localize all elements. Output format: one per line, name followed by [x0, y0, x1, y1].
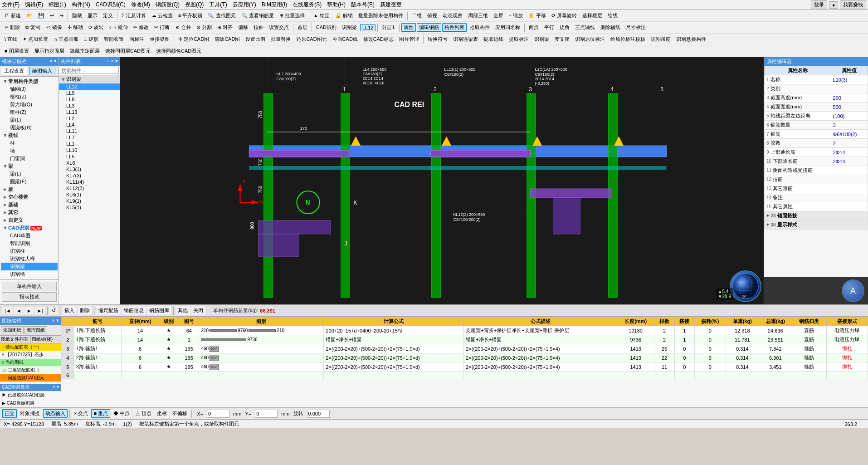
cad-original-layer[interactable]: ▶ CAD原始图层	[0, 399, 61, 407]
menu-new-change[interactable]: 新建变更	[380, 1, 402, 9]
tb-open[interactable]: 📂	[24, 12, 35, 20]
menu-bim[interactable]: BIM应用(I)	[262, 1, 288, 9]
tb-draw-note[interactable]: 画标注	[127, 35, 146, 44]
tb-batch-replace[interactable]: 批量替换	[268, 35, 293, 44]
tb-align[interactable]: ⊞ 对齐	[215, 23, 235, 32]
tb-dim[interactable]: 尺寸标注	[624, 23, 648, 32]
tb-pt-len[interactable]: ✦ 点加长度	[20, 35, 50, 44]
tb-pick-comp[interactable]: 拾取构件	[468, 23, 492, 32]
sort-drawing-btn[interactable]: 整理图纸	[24, 326, 47, 334]
tb-merge[interactable]: ⊕ 合并	[173, 23, 193, 32]
tb-conv-sym[interactable]: 转换符号	[425, 35, 450, 44]
report-preview-btn[interactable]: 报表预览	[2, 292, 57, 302]
tb-3pt-arc[interactable]: ∩ 三点画弧	[51, 35, 81, 44]
tree-cad-sketch[interactable]: CAD草图	[1, 232, 58, 240]
tree-others[interactable]: ►其它	[1, 209, 58, 216]
tree-smart-id[interactable]: 智能识别	[1, 240, 58, 247]
tb-properties[interactable]: 属性	[401, 23, 416, 32]
btn-coord[interactable]: 坐标	[155, 409, 169, 418]
comp-item-ll3[interactable]: LL3	[59, 103, 120, 109]
tb-restore-cad[interactable]: 还原CAD图元	[294, 35, 329, 44]
prop-val-10[interactable]: 2Φ14	[831, 157, 868, 166]
tb-edit[interactable]: ✏ 修改	[131, 23, 151, 32]
tree-id-col[interactable]: 识别柱	[1, 247, 58, 255]
tb-id-orig-mark[interactable]: 识别原位标注	[573, 35, 607, 44]
prop-val-8[interactable]: 2	[831, 139, 868, 148]
tab-project-settings[interactable]: 工程设置	[1, 67, 27, 75]
tb-calc[interactable]: Σ 汇总计算	[119, 11, 148, 20]
tree-id-beam[interactable]: 识别梁	[1, 263, 58, 270]
tb-offset[interactable]: 偏移	[236, 23, 250, 32]
coord-x-input[interactable]	[207, 410, 229, 418]
nav-first[interactable]: |◄	[2, 307, 13, 314]
btn-rebar-info[interactable]: 钢筋信息	[122, 306, 146, 315]
tree-custom[interactable]: ►自定义	[1, 216, 58, 224]
comp-item-kl61[interactable]: KL6(1)	[59, 191, 120, 198]
btn-intersect[interactable]: × 交点	[72, 409, 90, 418]
menu-online[interactable]: 在线服务(S)	[293, 1, 322, 9]
cad-layer-controls[interactable]: × ▾	[53, 384, 59, 391]
cad-extracted-layer[interactable]: ▶ 已提取的CAD图层	[0, 391, 61, 399]
floor-item-11[interactable]: 11 问题道路CAD图元	[0, 374, 61, 382]
tree-ring-beam[interactable]: 圈梁(E)	[1, 178, 58, 186]
btn-other[interactable]: 其他	[176, 306, 190, 315]
tb-hide[interactable]: 隐藏	[70, 11, 84, 20]
prop-val-6[interactable]: 3	[831, 121, 868, 130]
tb-view-rebar[interactable]: 🔍 查看钢筋量	[239, 11, 276, 20]
properties-scroll[interactable]: 属性名称 属性值 1 名称 L10(3) 2 类别 3 截面高度(mm)	[764, 66, 868, 277]
tree-axis[interactable]: 轴网(J)	[1, 85, 58, 93]
tb-img-manage[interactable]: 图片管理	[397, 35, 421, 44]
tb-extract-mark[interactable]: 提取标注	[507, 35, 531, 44]
comp-item-kl31[interactable]: KL3(1)	[59, 166, 120, 172]
rebar-row-2[interactable]: 2 1跨.下通长筋 14 ★ 1 9736 锚固+净长+锚固 锚固+净长+锚固	[62, 335, 868, 344]
comp-item-ll4[interactable]: LL4	[59, 122, 120, 128]
comp-item-ll2[interactable]: LL2	[59, 115, 120, 122]
floor-item-7[interactable]: 7 楼柱配筋表（一）	[0, 343, 61, 351]
tab-drawing-input[interactable]: 绘图输入	[29, 67, 55, 75]
tb-two-pt[interactable]: 两点	[527, 23, 541, 32]
avatar[interactable]: A	[842, 279, 864, 302]
menu-cloud[interactable]: 云应用(Y)	[233, 1, 256, 9]
tb-select-same-color[interactable]: 选择同颜色CAD图元	[154, 47, 204, 55]
tb-set-scale[interactable]: 设置比例	[243, 35, 268, 44]
prop-val-11[interactable]	[831, 166, 868, 175]
tb-ll12[interactable]: LL12	[360, 24, 375, 31]
tb-pan[interactable]: ✋ 平移	[526, 11, 548, 20]
menu-tools[interactable]: 工具(T)	[209, 1, 227, 9]
btn-midpoint[interactable]: ◆ 中点	[111, 409, 132, 418]
earn-btn[interactable]: 我要赚钱	[840, 0, 866, 9]
tb-straight[interactable]: \ 直线	[2, 35, 20, 44]
floor-item-9[interactable]: 9 当前图纸	[0, 359, 61, 367]
tree-beam[interactable]: 梁(L)	[1, 116, 58, 124]
tree-cast-slab[interactable]: 现浇板(B)	[1, 124, 58, 132]
comp-item-ll1[interactable]: LL1	[59, 141, 120, 147]
globe-3d-widget[interactable]: 36°	[730, 270, 761, 302]
prop-val-3[interactable]: 200	[831, 93, 868, 103]
tree-beam2[interactable]: 梁(L)	[1, 170, 58, 178]
tb-edit-rebar[interactable]: 编辑钢筋	[417, 23, 441, 32]
tb-local-3d[interactable]: 周部三维	[466, 11, 490, 20]
tb-top-view[interactable]: 俯视	[425, 11, 439, 20]
tree-id-col-detail[interactable]: 识别柱大样	[1, 255, 58, 263]
tb-relink-beam[interactable]: 重接梁图	[147, 35, 172, 44]
btn-scale-rebar[interactable]: 缩尺配筋	[96, 306, 121, 315]
comp-item-ll11[interactable]: LL11	[59, 128, 120, 134]
tb-comp-list[interactable]: 构件列表	[442, 23, 467, 32]
tb-smart-place[interactable]: 智能布置	[102, 35, 126, 44]
tb-undo[interactable]: ↩	[48, 12, 56, 20]
comp-item-ll13[interactable]: LL13	[59, 109, 120, 115]
tb-rect[interactable]: □ 矩形	[82, 35, 101, 44]
tb-change-support[interactable]: 变支座	[552, 35, 572, 44]
tb-find-elem[interactable]: 🔍 查找图元	[205, 11, 238, 20]
tree-slab[interactable]: ►板	[1, 186, 58, 193]
tree-floor-line[interactable]: ▼楼线	[1, 132, 58, 139]
tb-zoom[interactable]: ± 缩放	[507, 11, 525, 20]
tb-new[interactable]: 🗋 新建	[2, 11, 23, 20]
prop-val-13[interactable]	[831, 184, 868, 193]
tree-dark-col[interactable]: 暗柱(Z)	[1, 108, 58, 116]
tb-define[interactable]: 定义	[101, 11, 115, 20]
tb-id-beam[interactable]: 识别梁	[340, 23, 359, 32]
tree-col[interactable]: 柱	[1, 139, 58, 147]
tb-unlock[interactable]: 🔓 解锁	[333, 11, 355, 20]
tb-draw-line[interactable]: 绘线	[605, 11, 620, 20]
